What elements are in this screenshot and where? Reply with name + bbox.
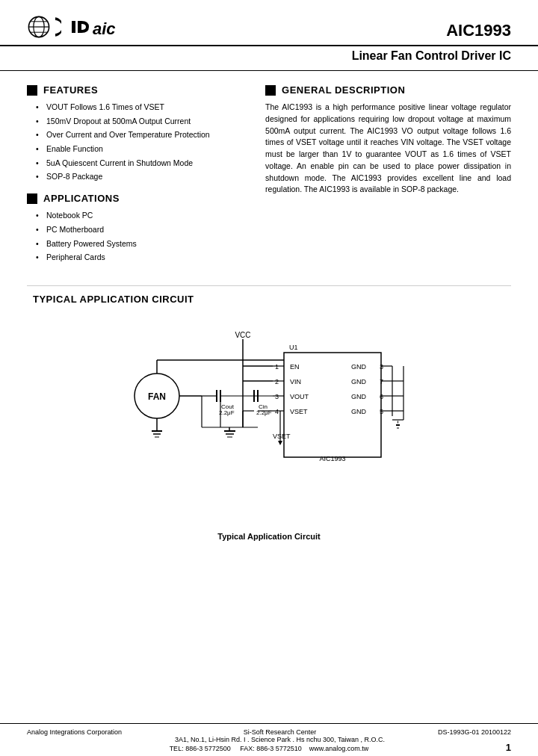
description-text: The AIC1993 is a high performance positi… <box>265 102 511 196</box>
app-item-1: Notebook PC <box>36 210 250 221</box>
two-column-layout: FEATURES VOUT Follows 1.6 Times of VSET … <box>27 84 511 273</box>
footer-website: www.analog.com.tw <box>309 745 369 752</box>
svg-rect-5 <box>72 21 75 33</box>
applications-list: Notebook PC PC Motherboard Battery Power… <box>27 210 250 263</box>
page: aic AIC1993 Linear Fan Control Driver IC… <box>0 0 538 756</box>
svg-text:VCC: VCC <box>235 331 250 339</box>
footer-fax: FAX: 886-3 5772510 <box>240 745 302 752</box>
feature-item-2: 150mV Dropout at 500mA Output Current <box>36 116 250 127</box>
svg-text:3: 3 <box>275 393 279 400</box>
svg-text:GND: GND <box>351 363 367 371</box>
svg-text:GND: GND <box>351 408 367 415</box>
svg-text:2: 2 <box>275 378 279 385</box>
applications-title: APPLICATIONS <box>43 193 120 204</box>
features-title: FEATURES <box>43 84 98 96</box>
circuit-diagram: VCC AIC1993 U1 EN VIN VOUT VSET <box>27 315 511 524</box>
circuit-svg: VCC AIC1993 U1 EN VIN VOUT VSET <box>82 315 456 524</box>
logo-area: aic <box>27 13 130 40</box>
circuit-title: TYPICAL APPLICATION CIRCUIT <box>33 294 194 305</box>
svg-text:VOUT: VOUT <box>290 393 309 400</box>
research-center: Si-Soft Research Center <box>175 728 385 736</box>
header: aic AIC1993 <box>0 0 538 46</box>
description-title-row: GENERAL DESCRIPTION <box>265 84 511 96</box>
svg-text:1: 1 <box>275 363 279 371</box>
footer-tel: TEL: 886-3 5772500 <box>170 745 231 752</box>
circuit-caption: Typical Application Circuit <box>27 532 511 541</box>
company-name: Analog Integrations Corporation <box>27 728 122 736</box>
svg-text:U1: U1 <box>289 344 298 351</box>
footer-doc: DS-1993G-01 20100122 <box>438 728 511 736</box>
svg-text:4: 4 <box>275 408 279 415</box>
subtitle-row: Linear Fan Control Driver IC <box>0 46 538 71</box>
svg-text:AIC1993: AIC1993 <box>319 455 345 462</box>
logo-text: aic <box>55 13 130 40</box>
svg-text:GND: GND <box>351 378 367 385</box>
svg-text:VSET: VSET <box>290 408 308 415</box>
chip-subtitle: Linear Fan Control Driver IC <box>352 49 511 62</box>
description-square-icon <box>265 85 276 96</box>
feature-item-5: 5uA Quiescent Current in Shutdown Mode <box>36 158 250 169</box>
svg-text:5: 5 <box>380 408 383 415</box>
feature-item-4: Enable Function <box>36 143 250 155</box>
features-square-icon <box>27 85 37 96</box>
app-item-3: Battery Powered Systems <box>36 238 250 250</box>
svg-text:7: 7 <box>380 378 383 385</box>
svg-text:3: 3 <box>380 363 383 371</box>
logo-globe-icon <box>27 15 51 39</box>
svg-text:2.2μF: 2.2μF <box>219 409 235 416</box>
right-column: GENERAL DESCRIPTION The AIC1993 is a hig… <box>265 84 511 273</box>
feature-item-3: Over Current and Over Temperature Protec… <box>36 129 250 140</box>
header-right: AIC1993 <box>446 21 511 40</box>
chip-id: AIC1993 <box>446 21 511 40</box>
svg-text:6: 6 <box>380 393 383 400</box>
svg-marker-73 <box>278 441 282 445</box>
svg-text:VSET: VSET <box>273 433 291 440</box>
footer-address: Si-Soft Research Center 3A1, No.1, Li-Hs… <box>175 728 385 743</box>
address-line: 3A1, No.1, Li-Hsin Rd. I . Science Park … <box>175 736 385 743</box>
svg-text:FAN: FAN <box>148 391 166 402</box>
svg-text:aic: aic <box>93 19 116 38</box>
svg-rect-6 <box>78 21 81 33</box>
app-item-2: PC Motherboard <box>36 224 250 235</box>
footer-company: Analog Integrations Corporation <box>27 728 122 736</box>
doc-number: DS-1993G-01 20100122 <box>438 728 511 736</box>
footer: Analog Integrations Corporation Si-Soft … <box>0 723 538 756</box>
feature-item-1: VOUT Follows 1.6 Times of VSET <box>36 102 250 113</box>
feature-item-6: SOP-8 Package <box>36 171 250 182</box>
svg-text:VIN: VIN <box>290 378 301 385</box>
app-item-4: Peripheral Cards <box>36 252 250 263</box>
features-title-row: FEATURES <box>27 84 250 96</box>
svg-text:GND: GND <box>351 393 367 400</box>
circuit-title-row: TYPICAL APPLICATION CIRCUIT <box>27 285 511 305</box>
footer-top-row: Analog Integrations Corporation Si-Soft … <box>27 728 511 743</box>
main-content: FEATURES VOUT Follows 1.6 Times of VSET … <box>0 71 538 723</box>
circuit-section: TYPICAL APPLICATION CIRCUIT VCC AIC1993 … <box>27 285 511 541</box>
applications-title-row: APPLICATIONS <box>27 193 250 204</box>
description-title: GENERAL DESCRIPTION <box>282 84 405 96</box>
applications-square-icon <box>27 193 37 204</box>
svg-text:2.2μF: 2.2μF <box>256 409 272 416</box>
features-list: VOUT Follows 1.6 Times of VSET 150mV Dro… <box>27 102 250 182</box>
left-column: FEATURES VOUT Follows 1.6 Times of VSET … <box>27 84 250 273</box>
svg-text:EN: EN <box>290 363 300 371</box>
aic-logo-svg: aic <box>55 13 130 40</box>
